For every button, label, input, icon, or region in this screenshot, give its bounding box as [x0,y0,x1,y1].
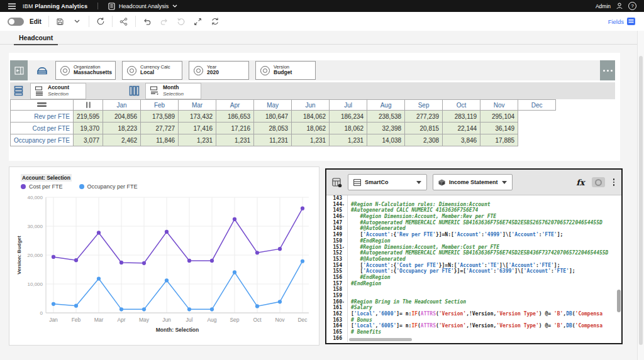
column-header[interactable]: May [254,100,292,111]
code-line[interactable]: 147 #Autogenerated MEMBERCALC NUMERIC 5B… [326,220,621,226]
code-line[interactable]: 155 ['Account':{'Occupancy per FTE'}]=['… [326,268,621,275]
bench-icon[interactable] [36,66,48,75]
data-point[interactable] [255,251,259,254]
code-line[interactable]: 153 #@AutoGenerated [326,256,621,263]
fold-toggle[interactable]: ▾ [342,214,347,220]
grid-cell[interactable]: 1,231 [216,134,254,146]
grid-cell[interactable]: 32,398 [367,123,405,134]
data-point[interactable] [97,231,101,234]
grid-cell[interactable]: 204,856 [103,111,141,123]
data-point[interactable] [255,304,259,308]
grid-cell[interactable]: 277,239 [405,111,443,123]
column-header[interactable]: Dec [518,100,556,111]
grid-cell[interactable]: 180,647 [254,111,292,123]
column-drag-handle[interactable] [73,100,103,111]
reset-button[interactable] [175,16,187,27]
code-line[interactable]: 162['Local','6000']= n:IF(ATTRS('Version… [326,311,621,317]
column-header[interactable]: Nov [480,100,518,111]
code-line[interactable]: 161#Salary [326,305,621,311]
rules-code-editor[interactable]: 143144▾#Region N-Calculation rules: Dime… [326,195,621,342]
data-point[interactable] [74,304,78,308]
rows-icon[interactable] [14,85,25,96]
dimension-pill-currency-calc[interactable]: Currency CalcLocal [122,61,182,80]
data-point[interactable] [74,258,78,262]
code-line[interactable]: 150 #EndRegion [326,238,621,244]
row-header[interactable]: Cost per FTE [11,123,74,134]
legend-item[interactable]: Occupancy per FTE [79,183,138,190]
fx-button[interactable]: fx [576,178,584,187]
view-selector[interactable]: Income Statement [433,174,513,190]
row-drag-handle[interactable] [11,100,74,111]
column-header[interactable]: Mar [179,100,216,111]
grid-cell[interactable]: 18,062 [292,123,330,134]
data-point[interactable] [187,307,191,311]
data-point[interactable] [97,276,101,280]
code-line[interactable]: 157#EndRegion [326,281,621,287]
grid-cell[interactable]: 3,846 [443,134,480,146]
share-button[interactable] [118,16,130,27]
grid-cell[interactable]: 1,231 [292,134,330,146]
code-line[interactable]: 146▾ #Region Dimension:Account, Member:R… [326,214,621,220]
grid-cell[interactable]: 3,077 [73,134,103,146]
menu-icon[interactable] [6,1,18,12]
code-line[interactable]: 158 [326,286,621,293]
help-button[interactable]: ? [628,2,636,10]
data-point[interactable] [278,300,282,303]
data-point[interactable] [165,278,169,282]
grid-cell[interactable]: 1,231 [330,134,367,146]
grid-cell[interactable]: 18,062 [330,123,367,134]
code-line[interactable]: 164['Local','6005']= n:IF(ATTRS('Version… [326,323,621,329]
code-line[interactable]: 154 ['Account':{'Cost per FTE'}]=N:['Acc… [326,263,621,269]
grid-cell[interactable]: 2,308 [405,134,443,146]
user-icon[interactable] [616,3,623,9]
data-point[interactable] [233,270,236,274]
calculator-grid-icon[interactable] [332,178,342,187]
data-point[interactable] [233,217,236,221]
save-options-chevron[interactable] [72,16,83,27]
columns-icon[interactable] [129,85,140,96]
undo-button[interactable] [142,16,153,27]
grid-cell[interactable]: 184,062 [292,111,330,123]
column-header[interactable]: Apr [216,100,254,111]
rows-dimension-pill[interactable]: AccountSelection [30,83,86,99]
grid-cell[interactable]: 11,231 [254,134,292,146]
horizontal-scrollbar[interactable] [349,338,412,341]
book-selector[interactable]: Headcount Analysis [108,3,177,10]
overflow-menu-button[interactable] [600,60,615,80]
grid-cell[interactable]: 14,038 [367,134,405,146]
column-header[interactable]: Jan [103,100,141,111]
page-scrollbar-thumb[interactable] [639,56,643,345]
grid-cell[interactable]: 18,223 [103,123,141,134]
grid-cell[interactable]: 36,149 [480,123,518,134]
data-point[interactable] [301,259,304,263]
grid-cell[interactable]: 186,653 [216,111,254,123]
grid-cell[interactable]: 19,370 [73,123,103,134]
code-line[interactable]: 143 [326,195,621,202]
code-line[interactable]: 151▾ #Region Dimension:Account, Member:C… [326,244,621,251]
data-point[interactable] [142,307,146,311]
legend-item[interactable]: Cost per FTE [21,183,63,190]
grid-cell[interactable]: 17,216 [216,123,254,134]
data-point[interactable] [52,255,55,259]
save-button[interactable] [55,16,66,27]
data-point[interactable] [165,230,169,234]
data-point[interactable] [187,259,191,263]
grid-cell[interactable]: 219,595 [73,111,103,123]
sync-button[interactable] [209,16,221,27]
redo-button[interactable] [158,16,170,27]
grid-cell[interactable]: 27,727 [141,123,179,134]
grid-cell[interactable]: 238,538 [367,111,405,123]
vertical-scrollbar[interactable] [617,290,621,312]
grid-cell[interactable]: 2,462 [103,134,141,146]
grid-cell[interactable]: 17,885 [480,134,518,146]
collapse-panel-button[interactable] [10,60,28,80]
grid-cell[interactable]: 22,144 [443,123,480,134]
grid-cell[interactable]: 173,432 [179,111,216,123]
grid-cell[interactable]: 295,104 [480,111,518,123]
code-line[interactable]: 163# Bonus [326,317,621,324]
expand-button[interactable] [192,16,204,27]
code-line[interactable]: 144▾#Region N-Calculation rules: Dimensi… [326,202,621,208]
code-line[interactable]: 145#Autogenerated CALC NUMERIC 4163636F7… [326,207,621,214]
data-point[interactable] [119,261,123,265]
refresh-data-button[interactable] [95,16,106,27]
